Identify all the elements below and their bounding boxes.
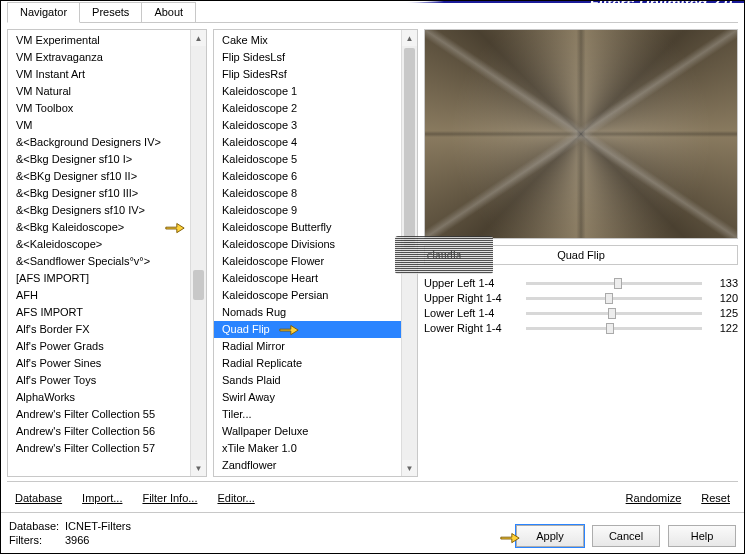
- list-item[interactable]: Kaleidoscope 5: [214, 151, 401, 168]
- list-item[interactable]: &<Bkg Designer sf10 III>: [8, 185, 190, 202]
- editor-link[interactable]: Editor...: [217, 492, 254, 504]
- apply-button[interactable]: Apply: [516, 525, 584, 547]
- randomize-link[interactable]: Randomize: [626, 492, 682, 504]
- list-item[interactable]: AlphaWorks: [8, 389, 190, 406]
- preview-image: [424, 29, 738, 239]
- list-item[interactable]: Kaleidoscope Heart: [214, 270, 401, 287]
- list-item[interactable]: [AFS IMPORT]: [8, 270, 190, 287]
- list-item[interactable]: AFS IMPORT: [8, 304, 190, 321]
- slider-label: Upper Left 1-4: [424, 277, 520, 289]
- list-item[interactable]: Alf's Border FX: [8, 321, 190, 338]
- pointer-hand-icon: [278, 321, 300, 338]
- list-item[interactable]: xTile Maker 1.0: [214, 440, 401, 457]
- list-item[interactable]: Flip SidesRsf: [214, 66, 401, 83]
- slider-row: Lower Left 1-4125: [424, 307, 738, 319]
- list-item[interactable]: VM Toolbox: [8, 100, 190, 117]
- list-item[interactable]: Swirl Away: [214, 389, 401, 406]
- list-item[interactable]: Radial Mirror: [214, 338, 401, 355]
- list-item[interactable]: &<Bkg Designer sf10 I>: [8, 151, 190, 168]
- list-item[interactable]: Kaleidoscope 2: [214, 100, 401, 117]
- list-item[interactable]: VM Natural: [8, 83, 190, 100]
- help-button[interactable]: Help: [668, 525, 736, 547]
- slider-row: Upper Right 1-4120: [424, 292, 738, 304]
- list-item[interactable]: Kaleidoscope 3: [214, 117, 401, 134]
- list-item[interactable]: VM Instant Art: [8, 66, 190, 83]
- list-item[interactable]: Alf's Power Sines: [8, 355, 190, 372]
- list-item[interactable]: &<BKg Designer sf10 II>: [8, 168, 190, 185]
- list-item[interactable]: Andrew's Filter Collection 56: [8, 423, 190, 440]
- scroll-up-icon[interactable]: ▲: [191, 30, 206, 46]
- list-item[interactable]: Flip SidesLsf: [214, 49, 401, 66]
- list-item[interactable]: Sands Plaid: [214, 372, 401, 389]
- slider-value: 133: [708, 277, 738, 289]
- list-item[interactable]: Kaleidoscope 1: [214, 83, 401, 100]
- list-item[interactable]: Kaleidoscope 4: [214, 134, 401, 151]
- list-item[interactable]: Tiler...: [214, 406, 401, 423]
- slider-value: 122: [708, 322, 738, 334]
- footer-info: Database:ICNET-Filters Filters:3966: [9, 519, 508, 547]
- list-item[interactable]: Kaleidoscope Flower: [214, 253, 401, 270]
- list-item[interactable]: Kaleidoscope 6: [214, 168, 401, 185]
- watermark: claudia: [395, 236, 493, 274]
- list-item[interactable]: Quad Flip: [214, 321, 401, 338]
- list-item[interactable]: Kaleidoscope Persian: [214, 287, 401, 304]
- list-item[interactable]: Cake Mix: [214, 32, 401, 49]
- list-item[interactable]: Kaleidoscope 8: [214, 185, 401, 202]
- filter-info-link[interactable]: Filter Info...: [142, 492, 197, 504]
- list-item[interactable]: Radial Replicate: [214, 355, 401, 372]
- list-item[interactable]: &<Background Designers IV>: [8, 134, 190, 151]
- list-item[interactable]: Alf's Power Toys: [8, 372, 190, 389]
- category-list[interactable]: VM ExperimentalVM ExtravaganzaVM Instant…: [8, 30, 190, 476]
- tab-presets[interactable]: Presets: [79, 2, 142, 22]
- slider[interactable]: [526, 297, 702, 300]
- cancel-button[interactable]: Cancel: [592, 525, 660, 547]
- list-item[interactable]: AFH: [8, 287, 190, 304]
- slider-value: 125: [708, 307, 738, 319]
- filter-list[interactable]: Cake MixFlip SidesLsfFlip SidesRsfKaleid…: [214, 30, 401, 476]
- slider-row: Lower Right 1-4122: [424, 322, 738, 334]
- slider[interactable]: [526, 327, 702, 330]
- list-item[interactable]: &<Kaleidoscope>: [8, 236, 190, 253]
- list-item[interactable]: Kaleidoscope Butterfly: [214, 219, 401, 236]
- scroll-down-icon[interactable]: ▼: [191, 460, 206, 476]
- list-item[interactable]: Alf's Power Grads: [8, 338, 190, 355]
- slider-label: Upper Right 1-4: [424, 292, 520, 304]
- list-item[interactable]: Zandflower: [214, 457, 401, 474]
- scroll-thumb[interactable]: [193, 270, 204, 300]
- slider-label: Lower Right 1-4: [424, 322, 520, 334]
- database-link[interactable]: Database: [15, 492, 62, 504]
- list-item[interactable]: Wallpaper Deluxe: [214, 423, 401, 440]
- list-item[interactable]: Kaleidoscope 9: [214, 202, 401, 219]
- tab-bar: NavigatorPresetsAbout: [7, 2, 738, 23]
- reset-link[interactable]: Reset: [701, 492, 730, 504]
- list-item[interactable]: VM Extravaganza: [8, 49, 190, 66]
- slider[interactable]: [526, 282, 702, 285]
- slider[interactable]: [526, 312, 702, 315]
- tab-navigator[interactable]: Navigator: [7, 2, 80, 23]
- list-item[interactable]: &<Bkg Kaleidoscope>: [8, 219, 190, 236]
- pointer-hand-icon: [164, 219, 186, 236]
- list-item[interactable]: &<Bkg Designers sf10 IV>: [8, 202, 190, 219]
- list-item[interactable]: Nomads Rug: [214, 304, 401, 321]
- list-item[interactable]: &<Sandflower Specials°v°>: [8, 253, 190, 270]
- slider-label: Lower Left 1-4: [424, 307, 520, 319]
- import-link[interactable]: Import...: [82, 492, 122, 504]
- list-item[interactable]: VM Experimental: [8, 32, 190, 49]
- scroll-down-icon[interactable]: ▼: [402, 460, 417, 476]
- category-scrollbar[interactable]: ▲ ▼: [190, 30, 206, 476]
- list-item[interactable]: VM: [8, 117, 190, 134]
- scroll-up-icon[interactable]: ▲: [402, 30, 417, 46]
- slider-value: 120: [708, 292, 738, 304]
- slider-row: Upper Left 1-4133: [424, 277, 738, 289]
- list-item[interactable]: Andrew's Filter Collection 57: [8, 440, 190, 457]
- tab-about[interactable]: About: [141, 2, 196, 22]
- list-item[interactable]: Kaleidoscope Divisions: [214, 236, 401, 253]
- list-item[interactable]: Andrew's Filter Collection 55: [8, 406, 190, 423]
- scroll-thumb[interactable]: [404, 48, 415, 248]
